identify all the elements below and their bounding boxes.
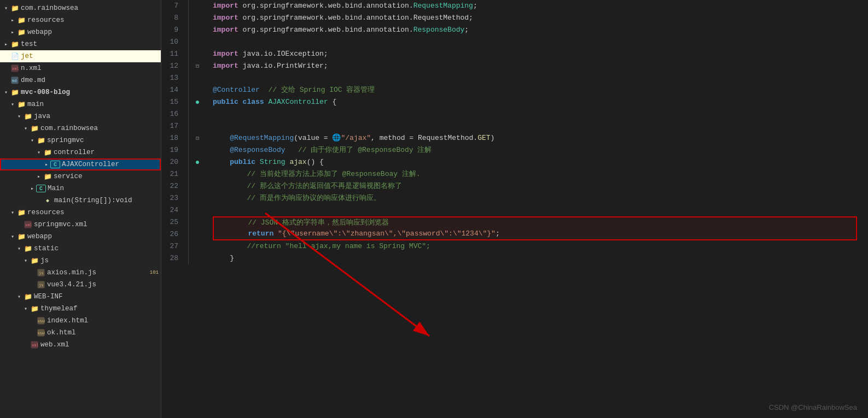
- file-icon-folder: 📁: [16, 28, 26, 37]
- line-number: 10: [161, 36, 183, 48]
- tree-item-dme-md[interactable]: mddme.md: [0, 74, 161, 86]
- tree-item-mvc-008-blog[interactable]: 📁mvc-008-blog: [0, 86, 161, 98]
- gutter-line: ●: [189, 156, 206, 168]
- chevron-icon: [28, 137, 36, 144]
- code-line: return "{\"username\":\"zhangsan\",\"pas…: [213, 228, 857, 240]
- file-icon-folder: 📁: [30, 305, 39, 313]
- code-line: import org.springframework.web.bind.anno…: [213, 24, 857, 36]
- tree-item-label: axios.min.js: [47, 269, 150, 276]
- code-line: import org.springframework.web.bind.anno…: [213, 12, 857, 24]
- code-line: [213, 72, 857, 84]
- tree-item-service[interactable]: 📁service: [0, 170, 161, 182]
- code-editor: 7891011121314151617181920212223242526272…: [161, 0, 868, 418]
- chevron-icon: [22, 257, 30, 264]
- tree-item-main[interactable]: 📁main: [0, 98, 161, 110]
- code-line: import java.io.PrintWriter;: [213, 60, 857, 72]
- tree-item-label: main: [27, 101, 161, 108]
- file-icon-html: html: [36, 317, 46, 325]
- code-line: // JSON 格式的字符串，然后响应到浏览器: [213, 216, 857, 228]
- tree-item-controller[interactable]: 📁controller: [0, 146, 161, 158]
- fold-icon[interactable]: ⊟: [196, 135, 199, 142]
- gutter-line: [189, 168, 206, 180]
- tree-item-static[interactable]: 📁static: [0, 243, 161, 255]
- tree-item-axios-min-js[interactable]: jsaxios.min.js101: [0, 267, 161, 279]
- file-icon-folder-bold: 📁: [10, 89, 20, 97]
- gutter-line: [189, 24, 206, 36]
- watermark: CSDN @ChinaRainbowSea: [769, 403, 857, 411]
- chevron-icon: [35, 173, 43, 180]
- chevron-icon: [28, 185, 36, 192]
- tree-item-jet[interactable]: 📄jet: [0, 50, 161, 62]
- chevron-icon: [15, 113, 23, 120]
- file-icon-folder: 📁: [23, 245, 33, 253]
- gutter-line: [189, 36, 206, 48]
- file-icon-folder: 📁: [30, 125, 39, 133]
- tree-item-java[interactable]: 📁java: [0, 110, 161, 122]
- line-number: 18: [161, 132, 183, 144]
- gutter-line: ⊟: [189, 60, 206, 72]
- line-number: 20: [161, 156, 183, 168]
- file-tree[interactable]: 📁com.rainbowsea📁resources📁webapp📁test📄je…: [0, 0, 161, 418]
- chevron-icon: [35, 149, 43, 156]
- tree-item-thymeleaf[interactable]: 📁thymeleaf: [0, 303, 161, 315]
- breakpoint-icon: ●: [195, 98, 200, 107]
- code-line: import org.springframework.web.bind.anno…: [213, 0, 857, 12]
- tree-item-main-string[interactable]: ◆main(String[]):void: [0, 195, 161, 207]
- line-number: 9: [161, 24, 183, 36]
- gutter-line: [189, 12, 206, 24]
- line-number: 8: [161, 12, 183, 24]
- chevron-icon: [22, 125, 30, 132]
- gutter-line: [189, 252, 206, 264]
- code-line: }: [213, 252, 857, 264]
- tree-item-resources2[interactable]: 📁resources: [0, 207, 161, 219]
- chevron-icon: [9, 29, 16, 36]
- chevron-icon: [43, 161, 50, 168]
- tree-item-label: test: [21, 40, 161, 48]
- tree-item-label: jet: [21, 52, 161, 60]
- file-icon-xml: xml: [23, 221, 33, 228]
- fold-icon[interactable]: ⊟: [196, 63, 199, 69]
- tree-item-springmvc-xml[interactable]: xmlspringmvc.xml: [0, 219, 161, 231]
- tree-item-resources[interactable]: 📁resources: [0, 14, 161, 26]
- file-icon-file-text: 📄: [10, 52, 20, 61]
- tree-item-label: js: [40, 257, 161, 264]
- tree-item-js[interactable]: 📁js: [0, 255, 161, 267]
- tree-item-n-xml[interactable]: xmln.xml: [0, 62, 161, 74]
- tree-item-label: java: [34, 113, 161, 120]
- tree-item-label: resources: [27, 209, 161, 216]
- svg-text:js: js: [39, 271, 43, 275]
- tree-item-label: webapp: [27, 28, 161, 36]
- tree-item-label: dme.md: [21, 76, 161, 84]
- line-number: 26: [161, 228, 183, 240]
- tree-item-ok-html[interactable]: htmlok.html: [0, 327, 161, 339]
- svg-text:xml: xml: [32, 343, 38, 348]
- tree-item-springmvc[interactable]: 📁springmvc: [0, 134, 161, 146]
- line-number: 21: [161, 168, 183, 180]
- gutter-line: [189, 204, 206, 216]
- tree-item-webapp2[interactable]: 📁webapp: [0, 231, 161, 243]
- tree-item-label: web.xml: [40, 341, 161, 349]
- tree-item-index-html[interactable]: htmlindex.html: [0, 315, 161, 327]
- file-icon-js: js: [36, 281, 46, 289]
- tree-item-com-rainbowsea-top[interactable]: 📁com.rainbowsea: [0, 2, 161, 14]
- line-number: 25: [161, 216, 183, 228]
- tree-item-com-rainbowsea[interactable]: 📁com.rainbowsea: [0, 122, 161, 134]
- tree-item-vue3421-js[interactable]: jsvue3.4.21.js: [0, 279, 161, 291]
- file-icon-folder: 📁: [16, 16, 26, 25]
- gutter-line: [189, 144, 206, 156]
- tree-item-webapp[interactable]: 📁webapp: [0, 26, 161, 38]
- chevron-icon: [22, 305, 30, 312]
- chevron-icon: [9, 17, 16, 23]
- tree-item-label: resources: [27, 16, 161, 24]
- gutter-line: [189, 72, 206, 84]
- tree-item-Main[interactable]: CMain: [0, 182, 161, 195]
- tree-item-web-xml[interactable]: xmlweb.xml: [0, 339, 161, 351]
- svg-text:html: html: [38, 319, 45, 323]
- tree-item-test[interactable]: 📁test: [0, 38, 161, 50]
- gutter-line: [189, 84, 206, 96]
- file-icon-folder: 📁: [10, 40, 20, 49]
- chevron-icon: [9, 233, 16, 240]
- gutter-line: [189, 240, 206, 252]
- tree-item-WEB-INF[interactable]: 📁WEB-INF: [0, 291, 161, 303]
- tree-item-AJAXController[interactable]: CAJAXController: [0, 158, 161, 170]
